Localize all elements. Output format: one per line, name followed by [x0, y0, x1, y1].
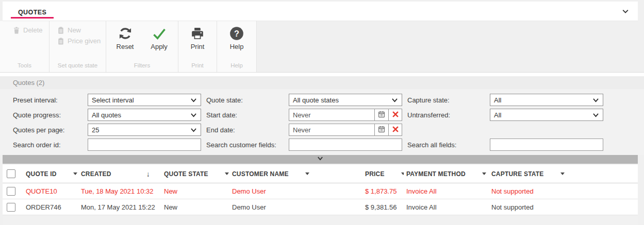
help-button[interactable]: ? Help: [221, 25, 253, 62]
column-header-quote-state[interactable]: QUOTE STATE: [161, 170, 229, 178]
reset-button[interactable]: Reset: [109, 25, 141, 62]
column-header-customer-name[interactable]: CUSTOMER NAME: [229, 170, 362, 178]
end-date-input[interactable]: [289, 124, 375, 136]
chevron-down-icon: [391, 97, 398, 103]
column-header-price[interactable]: PRICE: [362, 170, 404, 178]
toolbar-group-print-caption: Print: [178, 62, 217, 72]
svg-text:?: ?: [234, 29, 239, 38]
filter-panel: Preset interval: Select interval Quote s…: [0, 89, 644, 155]
toolbar-group-filters: Reset Apply Filters: [106, 21, 178, 72]
new-button[interactable]: New: [49, 25, 81, 36]
column-header-created[interactable]: CREATED ↓: [78, 170, 161, 178]
tab-bar: QUOTES: [3, 2, 638, 21]
reset-button-label: Reset: [117, 43, 134, 50]
filter-caret-icon[interactable]: [73, 172, 77, 175]
end-date-clear-button[interactable]: [388, 124, 402, 136]
search-customer-fields-label: Search customer fields:: [206, 141, 289, 149]
section-header: Quotes (2): [0, 76, 644, 89]
price-given-button[interactable]: Price given: [49, 36, 101, 46]
quote-state-select[interactable]: All quote states: [289, 94, 402, 106]
column-header-payment-method[interactable]: PAYMENT METHOD: [404, 170, 489, 178]
untransferred-select[interactable]: All: [490, 109, 603, 121]
cell-created: Tue, 18 May 2021 10:32: [78, 187, 161, 195]
capture-state-select[interactable]: All: [490, 94, 603, 106]
apply-button-label: Apply: [151, 43, 168, 50]
filter-caret-icon[interactable]: [482, 172, 486, 175]
cell-customer-name: Demo User: [229, 187, 362, 195]
preset-interval-select[interactable]: Select interval: [88, 94, 201, 106]
search-all-fields-input[interactable]: [490, 139, 603, 151]
quotes-per-page-select[interactable]: 25: [88, 124, 201, 136]
delete-button-label: Delete: [23, 26, 43, 34]
tab-quotes[interactable]: QUOTES: [11, 2, 54, 21]
toolbar-group-help-caption: Help: [217, 62, 256, 72]
start-date-input[interactable]: [289, 109, 375, 121]
tab-quotes-label: QUOTES: [18, 7, 46, 16]
toolbar-group-set-quote-state: New Price given Set quote state: [49, 21, 106, 72]
quote-state-value: All quote states: [293, 96, 339, 104]
cell-quote-id[interactable]: QUOTE10: [23, 187, 78, 195]
chevron-down-icon: [190, 127, 197, 133]
table-row[interactable]: ORDER746 Mon, 17 May 2021 15:22 New Demo…: [3, 199, 638, 215]
quotes-per-page-label: Quotes per page:: [13, 126, 88, 134]
start-date-calendar-button[interactable]: [374, 109, 389, 121]
quote-progress-select[interactable]: All quotes: [88, 109, 201, 121]
chevron-down-icon: [592, 112, 599, 118]
quote-state-label: Quote state:: [206, 96, 289, 104]
sort-descending-icon[interactable]: ↓: [146, 170, 150, 178]
chevron-down-icon: [190, 97, 197, 103]
chevron-down-icon[interactable]: [621, 7, 630, 15]
quotes-per-page-value: 25: [92, 126, 99, 134]
calendar-icon: [378, 111, 385, 119]
filter-caret-icon[interactable]: [560, 172, 565, 175]
chevron-down-icon: [592, 97, 599, 103]
toolbar-group-filters-caption: Filters: [106, 62, 178, 72]
clipboard-icon: [57, 38, 64, 45]
spacer: [0, 73, 644, 76]
ribbon: Delete Tools New Price given: [0, 21, 257, 72]
print-button[interactable]: Print: [181, 25, 213, 62]
section-title: Quotes (2): [13, 79, 44, 86]
start-date-clear-button[interactable]: [388, 109, 402, 121]
end-date-calendar-button[interactable]: [374, 124, 389, 136]
filter-caret-icon[interactable]: [305, 172, 309, 175]
clipboard-icon: [57, 27, 64, 34]
start-date-field: [289, 109, 402, 121]
calendar-icon: [378, 126, 385, 134]
collapse-filters-bar[interactable]: [3, 155, 638, 164]
cell-quote-id[interactable]: ORDER746: [23, 203, 78, 211]
quote-progress-value: All quotes: [92, 111, 121, 119]
search-order-id-input[interactable]: [88, 139, 201, 151]
quote-progress-label: Quote progress:: [13, 111, 88, 119]
column-header-capture-state[interactable]: CAPTURE STATE: [489, 170, 638, 178]
delete-button[interactable]: Delete: [0, 25, 43, 36]
select-all-checkbox[interactable]: [7, 169, 15, 178]
untransferred-value: All: [494, 111, 501, 119]
row-checkbox[interactable]: [7, 203, 15, 212]
chevron-down-icon: [190, 112, 197, 118]
cell-payment-method: Invoice All: [404, 187, 489, 195]
toolbar-group-tools: Delete Tools: [0, 21, 49, 72]
cell-quote-state: New: [161, 203, 229, 211]
search-all-fields-label: Search all fields:: [407, 141, 490, 149]
apply-button[interactable]: Apply: [143, 25, 175, 62]
table-footer: [3, 215, 638, 225]
search-customer-fields-input[interactable]: [289, 139, 402, 151]
column-header-quote-id[interactable]: QUOTE ID: [23, 170, 78, 178]
toolbar-group-help: ? Help Help: [217, 21, 256, 72]
quotes-table: QUOTE ID CREATED ↓ QUOTE STATE CUSTOMER …: [3, 165, 638, 215]
capture-state-value: All: [494, 96, 501, 104]
table-header-row: QUOTE ID CREATED ↓ QUOTE STATE CUSTOMER …: [3, 165, 638, 183]
row-checkbox[interactable]: [7, 187, 15, 196]
filter-caret-icon[interactable]: [225, 172, 229, 175]
capture-state-label: Capture state:: [407, 96, 490, 104]
toolbar-group-set-quote-state-caption: Set quote state: [49, 62, 106, 72]
end-date-field: [289, 124, 402, 136]
search-order-id-label: Search order id:: [13, 141, 88, 149]
toolbar-group-tools-caption: Tools: [0, 62, 49, 72]
clear-x-icon: [392, 126, 399, 134]
new-button-label: New: [68, 26, 81, 34]
preset-interval-value: Select interval: [92, 96, 134, 104]
cell-quote-state: New: [161, 187, 229, 195]
table-row[interactable]: QUOTE10 Tue, 18 May 2021 10:32 New Demo …: [3, 183, 638, 199]
